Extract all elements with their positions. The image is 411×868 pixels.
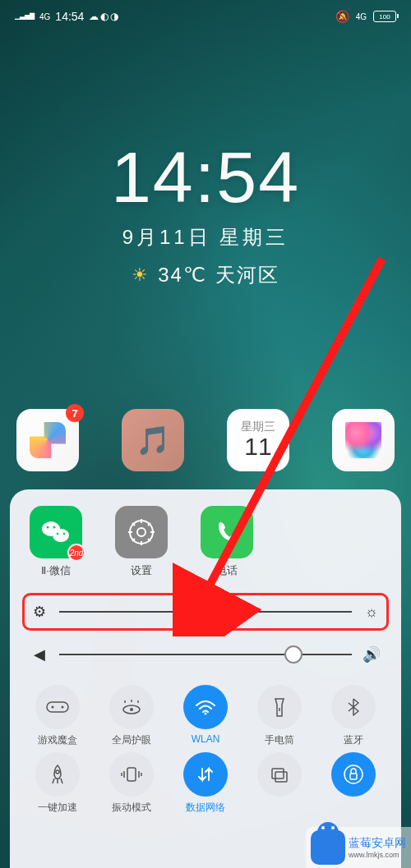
volume-thumb[interactable] (284, 645, 302, 664)
recent-app-settings[interactable]: 设置 (115, 506, 168, 578)
toggle-eye-care[interactable]: 全局护眼 (99, 685, 164, 747)
sun-icon: ☀ (132, 264, 150, 286)
rocket-icon (35, 752, 80, 797)
recent-apps-row: 2nd Ⅱ·微信 (25, 506, 386, 578)
brightness-max-icon[interactable]: ☼ (362, 604, 381, 621)
android-mascot-icon (311, 830, 345, 865)
screenshot-icon (257, 752, 302, 797)
toggle-screenshot[interactable] (247, 752, 312, 815)
eye-icon (109, 685, 154, 729)
toggle-wlan[interactable]: WLAN (173, 685, 238, 747)
home-clock: 14:54 9月11日 星期三 ☀ 34℃ 天河区 (0, 135, 411, 288)
data-icon (183, 752, 228, 797)
clock-time: 14:54 (0, 135, 411, 219)
toggle-vibrate[interactable]: 振动模式 (99, 752, 164, 815)
brightness-slider-row: ⚙ ☼ (22, 593, 389, 631)
volume-min-icon: ◀ (30, 645, 49, 664)
recent-app-label: 电话 (201, 563, 253, 578)
bluetooth-icon (331, 685, 376, 729)
volume-slider-row: ◀ 🔊 (25, 637, 386, 672)
toggle-label: 振动模式 (112, 801, 151, 815)
toggle-bluetooth[interactable]: 蓝牙 (321, 685, 386, 747)
svg-rect-25 (272, 769, 284, 778)
app-music[interactable]: 🎵 (122, 409, 184, 471)
recent-app-phone[interactable]: 电话 (201, 506, 253, 578)
svg-point-1 (53, 529, 69, 542)
wifi-icon (183, 685, 228, 729)
app-theme[interactable] (332, 409, 395, 471)
calendar-day: 11 (244, 433, 271, 461)
weather-mini-icons: ☁◐◑ (89, 11, 118, 22)
toggle-label: 一键加速 (38, 801, 77, 815)
svg-point-23 (56, 770, 59, 774)
app-calendar[interactable]: 星期三 11 (227, 409, 289, 471)
toggle-mobile-data[interactable]: 数据网络 (173, 752, 238, 815)
svg-point-7 (137, 528, 145, 536)
app-store[interactable]: 7 (16, 409, 79, 471)
svg-rect-16 (47, 702, 68, 712)
battery-indicator: 100 (373, 11, 396, 22)
toggle-flashlight[interactable]: 手电筒 (247, 685, 312, 747)
toggle-label: 手电筒 (265, 733, 294, 747)
gamepad-icon (35, 685, 80, 729)
flashlight-icon (257, 685, 302, 729)
svg-point-5 (63, 533, 66, 535)
svg-rect-28 (350, 774, 357, 779)
toggle-label: 游戏魔盒 (38, 733, 77, 747)
lock-icon (331, 752, 376, 797)
toggle-speedup[interactable]: 一键加速 (25, 752, 90, 815)
svg-point-4 (57, 533, 59, 535)
home-app-row: 7 🎵 星期三 11 (16, 409, 395, 471)
network-right: 4G (356, 12, 367, 21)
volume-max-icon: 🔊 (362, 645, 381, 664)
toggle-game-box[interactable]: 游戏魔盒 (25, 685, 90, 747)
recent-app-label: Ⅱ·微信 (30, 563, 82, 578)
weather-location: 天河区 (215, 262, 279, 288)
toggle-label: WLAN (192, 733, 220, 745)
volume-slider[interactable] (59, 654, 352, 655)
svg-point-21 (205, 713, 207, 715)
flower-icon (345, 422, 381, 458)
weather-row[interactable]: ☀ 34℃ 天河区 (0, 262, 411, 288)
svg-point-18 (62, 706, 64, 709)
svg-rect-24 (127, 768, 136, 781)
brightness-thumb[interactable] (173, 603, 192, 621)
brightness-slider[interactable] (59, 611, 352, 613)
toggle-label: 蓝牙 (344, 733, 363, 747)
toggle-label: 全局护眼 (112, 733, 151, 747)
network-badge: 4G (39, 12, 50, 21)
mute-icon: 🔕 (335, 10, 349, 23)
store-icon (30, 422, 66, 458)
svg-point-2 (47, 526, 49, 529)
music-icon: 🎵 (136, 424, 170, 457)
brightness-settings-icon[interactable]: ⚙ (30, 603, 49, 621)
notification-badge: 7 (66, 404, 84, 422)
vibrate-icon (109, 752, 154, 797)
quick-toggles-grid: 游戏魔盒 全局护眼 WLAN 手电筒 蓝牙 (25, 685, 386, 815)
status-time: 14:54 (55, 10, 84, 23)
recent-app-wechat[interactable]: 2nd Ⅱ·微信 (30, 506, 82, 578)
watermark: 蓝莓安卓网 www.lmkjs.com (306, 827, 411, 868)
wechat-icon: 2nd (30, 506, 82, 558)
toggle-label: 数据网络 (186, 801, 225, 815)
svg-point-17 (52, 706, 54, 709)
dual-app-badge: 2nd (67, 544, 85, 562)
watermark-text: 蓝莓安卓网 (349, 836, 406, 851)
weather-temp: 34℃ (158, 264, 207, 287)
phone-icon (201, 506, 253, 558)
control-center-panel: 2nd Ⅱ·微信 (10, 489, 401, 868)
gear-icon (115, 506, 168, 558)
clock-date: 9月11日 星期三 (0, 224, 411, 250)
watermark-url: www.lmkjs.com (349, 851, 406, 859)
toggle-lock[interactable] (321, 752, 386, 815)
status-bar: ▁▃▅▇ 4G 14:54 ☁◐◑ 🔕 4G 100 (0, 0, 411, 33)
svg-point-3 (53, 526, 56, 529)
signal-bars-icon: ▁▃▅▇ (15, 13, 35, 20)
recent-app-label: 设置 (115, 563, 168, 578)
svg-point-20 (130, 708, 133, 711)
svg-rect-26 (275, 772, 287, 782)
